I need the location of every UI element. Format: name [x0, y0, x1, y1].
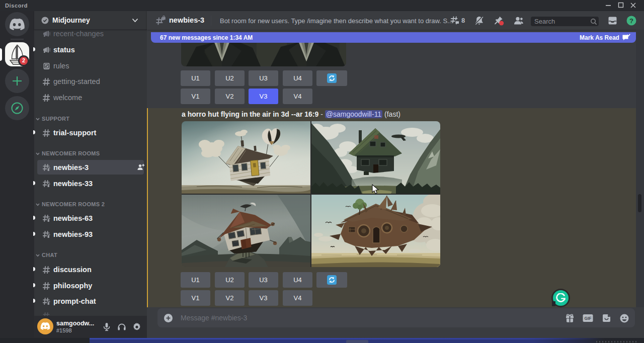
svg-text:?: ?	[629, 17, 633, 25]
svg-text:GIF: GIF	[585, 316, 592, 321]
